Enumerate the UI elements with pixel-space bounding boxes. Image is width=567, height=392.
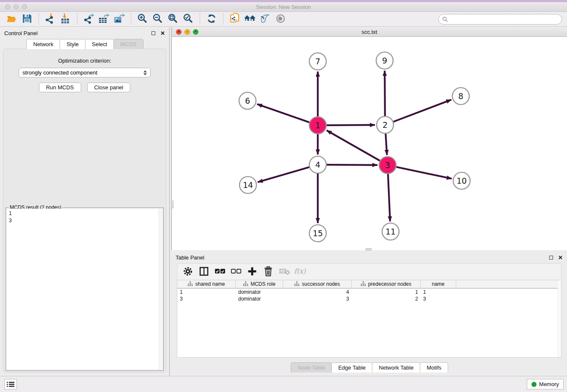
app-titlebar: Session: New Session [0, 2, 567, 12]
column-tree-icon [187, 281, 193, 287]
folder-open-icon [6, 14, 17, 25]
tab-node-table[interactable]: Node Table [291, 362, 332, 373]
zoom-in-button[interactable] [135, 13, 150, 25]
vizmapper-button[interactable] [258, 13, 273, 25]
edge-4-3[interactable] [325, 165, 377, 165]
search-box[interactable] [438, 14, 562, 25]
clone-network-button[interactable] [227, 13, 242, 25]
network-minimize-button[interactable]: − [184, 29, 190, 35]
node-4[interactable]: 4 [309, 156, 326, 173]
tab-edge-table[interactable]: Edge Table [331, 362, 372, 373]
result-scrollbar[interactable] [159, 209, 162, 370]
network-window-title: scc.txt [172, 29, 567, 35]
mcds-result-text[interactable]: 1 3 [7, 209, 162, 370]
create-column-button[interactable] [245, 265, 259, 278]
node-1[interactable]: 1 [309, 117, 326, 134]
column-header-successor-nodes[interactable]: successor nodes [283, 280, 352, 288]
cell-successor-nodes[interactable]: 4 [283, 289, 352, 295]
show-hide-button[interactable] [273, 13, 288, 25]
node-6[interactable]: 6 [239, 92, 256, 109]
node-8[interactable]: 8 [452, 88, 469, 105]
home-button[interactable] [242, 13, 258, 25]
search-input[interactable] [450, 16, 558, 22]
column-header-shared-name[interactable]: shared name [177, 280, 236, 288]
run-mcds-button[interactable]: Run MCDS [39, 83, 81, 92]
cell-MCDS-role[interactable]: dominator [236, 295, 283, 302]
edge-2-8[interactable] [392, 100, 451, 122]
zoom-out-button[interactable] [150, 13, 165, 25]
export-image-button[interactable] [112, 13, 127, 25]
import-network-button[interactable] [43, 13, 58, 25]
deselect-all-button[interactable] [229, 265, 243, 278]
cell-predecessor-nodes[interactable]: 2 [352, 295, 421, 302]
node-10[interactable]: 10 [453, 172, 470, 189]
table-float-panel-icon[interactable] [549, 256, 553, 259]
edge-2-9[interactable] [385, 71, 385, 117]
node-15[interactable]: 15 [309, 225, 326, 242]
tab-motifs[interactable]: Motifs [420, 362, 448, 373]
node-3[interactable]: 3 [379, 157, 396, 174]
tab-style[interactable]: Style [60, 39, 85, 49]
tab-select[interactable]: Select [85, 39, 114, 49]
close-panel-icon[interactable]: ✕ [160, 30, 165, 36]
network-close-button[interactable]: ✕ [176, 29, 182, 35]
tab-network-table[interactable]: Network Table [372, 362, 420, 373]
column-tree-icon [243, 281, 248, 287]
export-network-icon [83, 13, 94, 25]
save-session-button[interactable] [19, 13, 35, 25]
select-all-button[interactable] [213, 265, 227, 278]
tab-mcds[interactable]: MCDS [113, 39, 143, 49]
column-header-name[interactable]: name [421, 280, 456, 288]
edge-1-2[interactable] [325, 125, 375, 125]
cell-shared-name[interactable]: 3 [177, 295, 236, 302]
cell-name[interactable]: 1 [421, 289, 456, 295]
network-canvas[interactable]: 7968124314101511 [172, 37, 567, 250]
splitter-grip[interactable] [171, 201, 173, 208]
cell-MCDS-role[interactable]: dominator [236, 289, 283, 295]
import-table-button[interactable] [58, 13, 73, 25]
open-session-button[interactable] [4, 13, 19, 25]
edge-3-10[interactable] [395, 167, 452, 179]
horizontal-scroll-grip[interactable] [366, 248, 372, 251]
zoom-fit-button[interactable] [165, 13, 181, 25]
cell-shared-name[interactable]: 1 [177, 289, 236, 295]
apply-layout-button[interactable] [204, 13, 219, 25]
table-row: 1dominator411 [177, 289, 561, 295]
memory-label: Memory [539, 381, 559, 387]
node-14[interactable]: 14 [239, 177, 256, 193]
delete-column-button[interactable] [261, 265, 275, 278]
column-header-predecessor-nodes[interactable]: predecessor nodes [352, 280, 421, 288]
zoom-selected-button[interactable] [181, 13, 196, 25]
tab-network[interactable]: Network [26, 39, 60, 49]
table-settings-button[interactable] [181, 265, 195, 278]
node-7[interactable]: 7 [309, 53, 326, 70]
gear-icon [183, 267, 193, 277]
task-history-button[interactable] [4, 379, 17, 389]
zoom-fit-icon [168, 13, 179, 25]
node-2[interactable]: 2 [377, 116, 394, 133]
edge-3-1[interactable] [327, 130, 381, 161]
edge-1-6[interactable] [257, 104, 311, 123]
window-title: Session: New Session [0, 4, 567, 10]
cell-name[interactable]: 3 [421, 295, 456, 302]
column-header-MCDS-role[interactable]: MCDS role [236, 280, 283, 288]
toolbar-separator [77, 14, 77, 25]
edge-4-14[interactable] [258, 167, 311, 182]
close-panel-button[interactable]: Close panel [87, 83, 131, 92]
memory-button[interactable]: Memory [527, 379, 564, 389]
table-close-panel-icon[interactable]: ✕ [558, 254, 563, 261]
export-network-button[interactable] [81, 13, 96, 25]
table-panel-header: Table Panel ✕ [171, 251, 567, 263]
node-9[interactable]: 9 [376, 52, 393, 69]
criterion-select[interactable]: strongly connected component [19, 68, 151, 77]
table-scrollbar[interactable] [558, 280, 561, 357]
edge-2-3[interactable] [385, 133, 387, 155]
edge-3-11[interactable] [388, 173, 390, 221]
network-maximize-button[interactable]: + [193, 29, 198, 35]
cell-predecessor-nodes[interactable]: 1 [352, 289, 421, 295]
export-table-button[interactable] [96, 13, 112, 25]
cell-successor-nodes[interactable]: 3 [283, 295, 352, 302]
column-panel-button[interactable] [197, 265, 211, 278]
float-panel-icon[interactable] [151, 31, 155, 35]
node-11[interactable]: 11 [382, 223, 399, 240]
